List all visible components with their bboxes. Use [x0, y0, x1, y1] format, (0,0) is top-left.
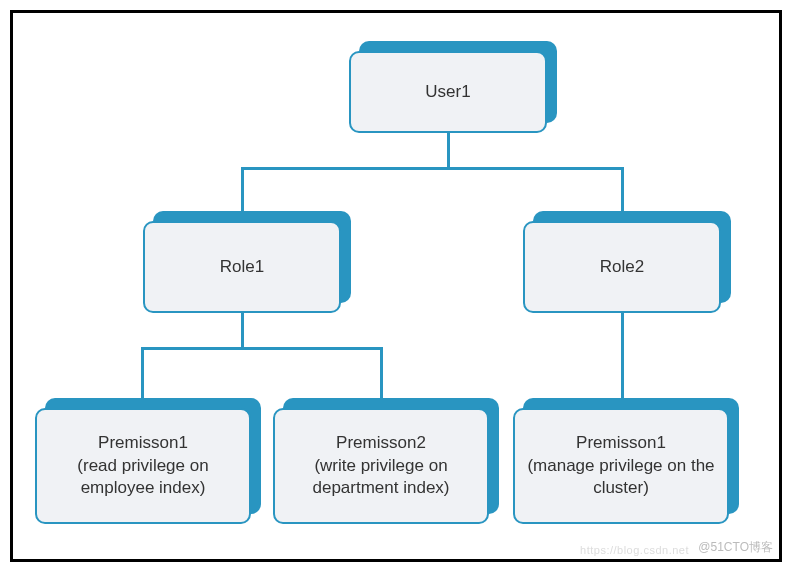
permission-desc: (write privilege on department index): [281, 455, 481, 501]
node-box: Premisson1 (read privilege on employee i…: [35, 408, 251, 524]
connector: [241, 167, 244, 211]
connector: [621, 313, 624, 399]
permission-desc: (manage privilege on the cluster): [521, 455, 721, 501]
permission-title: Premisson1: [98, 432, 188, 455]
node-box: Role2: [523, 221, 721, 313]
permission-node: Premisson1 (manage privilege on the clus…: [513, 408, 729, 524]
connector: [241, 167, 623, 170]
connector: [447, 133, 450, 167]
user-node: User1: [349, 51, 547, 133]
permission-node: Premisson2 (write privilege on departmen…: [273, 408, 489, 524]
permission-title: Premisson2: [336, 432, 426, 455]
connector: [241, 313, 244, 347]
watermark: @51CTO博客: [698, 539, 773, 556]
permission-node: Premisson1 (read privilege on employee i…: [35, 408, 251, 524]
role-label: Role1: [220, 256, 264, 279]
role-node: Role1: [143, 221, 341, 313]
diagram-frame: User1 Role1 Role2 Premisson1 (read privi…: [10, 10, 782, 562]
role-node: Role2: [523, 221, 721, 313]
role-label: Role2: [600, 256, 644, 279]
node-box: User1: [349, 51, 547, 133]
node-box: Premisson2 (write privilege on departmen…: [273, 408, 489, 524]
connector: [141, 347, 383, 350]
connector: [141, 347, 144, 399]
node-box: Role1: [143, 221, 341, 313]
permission-desc: (read privilege on employee index): [43, 455, 243, 501]
user-label: User1: [425, 81, 470, 104]
node-box: Premisson1 (manage privilege on the clus…: [513, 408, 729, 524]
connector: [621, 167, 624, 211]
watermark-faint: https://blog.csdn.net: [580, 544, 689, 556]
connector: [380, 347, 383, 399]
permission-title: Premisson1: [576, 432, 666, 455]
